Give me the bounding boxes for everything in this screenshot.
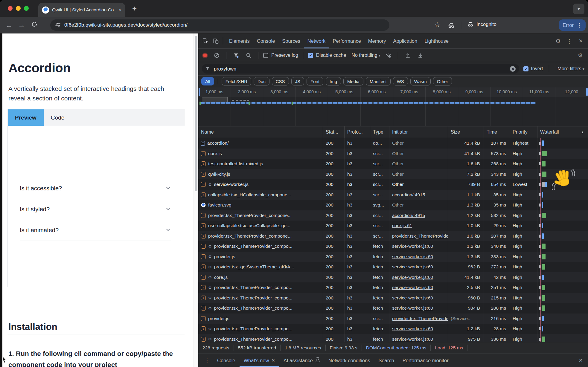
inspect-element-icon[interactable]	[201, 36, 210, 46]
filter-chip-media[interactable]: Media	[343, 77, 363, 85]
page-scrollbar[interactable]	[194, 33, 198, 367]
network-request-row[interactable]: favicon.svg200h3svg...Other1.3 kB35 msHi…	[198, 200, 588, 210]
window-close-button[interactable]	[8, 6, 13, 11]
filter-chip-font[interactable]: Font	[307, 77, 323, 85]
initiator-link[interactable]: accordion/:4915	[392, 192, 425, 198]
initiator-link[interactable]: service-worker.js:60	[392, 337, 433, 342]
drawer-tab-network-conditions[interactable]: Network conditions	[324, 354, 374, 367]
settings-gear-icon[interactable]: ⚙	[553, 36, 563, 46]
column-header-time[interactable]: Time	[484, 126, 510, 138]
accordion-item-is-it-animated[interactable]: Is it animated?	[20, 220, 171, 241]
tab-preview[interactable]: Preview	[8, 109, 44, 126]
window-zoom-button[interactable]	[24, 6, 29, 11]
initiator-link[interactable]: accordion/:4915	[392, 213, 425, 218]
accordion-item-is-it-styled[interactable]: Is it styled?	[20, 199, 171, 220]
network-request-row[interactable]: provider.tsx_ThemeProvider_compone...200…	[198, 231, 588, 241]
forward-button[interactable]: →	[18, 21, 25, 29]
initiator-link[interactable]: service-worker.js:60	[392, 305, 433, 311]
drawer-tab-close-icon[interactable]: ✕	[271, 358, 275, 363]
column-header-proto[interactable]: Proto...	[345, 126, 370, 138]
clear-icon[interactable]	[212, 51, 221, 60]
device-toolbar-icon[interactable]	[211, 36, 220, 46]
network-request-row[interactable]: test-controlled-list-mixed.js200h3scr...…	[198, 159, 588, 169]
initiator-link[interactable]: service-worker.js:60	[392, 264, 433, 270]
network-request-row[interactable]: ⚙provider.tsx_ThemeProvider_compo...200h…	[198, 293, 588, 303]
devtools-tab-network[interactable]: Network	[304, 33, 329, 48]
filter-chip-doc[interactable]: Doc	[254, 77, 269, 85]
throttling-dropdown[interactable]: No throttling ▾	[351, 53, 380, 58]
network-request-row[interactable]: ⚙provider.tsx_ThemeProvider_compo...200h…	[198, 303, 588, 314]
filter-chip-js[interactable]: JS	[291, 77, 304, 85]
network-request-row[interactable]: use-collapsible.tsx_useCollapsible_ge...…	[198, 221, 588, 231]
network-request-row[interactable]: qwik-city.js200h3scr...Other7.2 kB343 ms…	[198, 169, 588, 180]
devtools-close-icon[interactable]: ×	[576, 36, 586, 46]
column-header-size[interactable]: Size	[448, 126, 484, 138]
initiator-link[interactable]: service-worker.js:60	[392, 295, 433, 301]
network-request-row[interactable]: ⚙provider.js200h3fetchservice-worker.js:…	[198, 252, 588, 262]
network-request-row[interactable]: ⚙provider.tsx_ThemeProvider_compo...200h…	[198, 324, 588, 334]
network-request-row[interactable]: provider.js200h3scr...provider.tsx_Theme…	[198, 314, 588, 324]
url-text[interactable]: 0f6e2f0b.qwik-ui-site.pages.dev/docs/sty…	[64, 22, 188, 28]
network-request-row[interactable]: ⚙provider.tsx_getSystemTheme_aKkA...200h…	[198, 262, 588, 272]
devtools-tab-console[interactable]: Console	[253, 33, 279, 48]
export-har-icon[interactable]	[415, 51, 425, 60]
reload-button[interactable]	[31, 21, 38, 29]
error-menu-badge[interactable]: Error ⋮	[559, 19, 586, 31]
network-request-row[interactable]: core.js200h3scr...Other41.4 kB573 msHigh	[198, 149, 588, 159]
import-har-icon[interactable]	[403, 51, 412, 60]
initiator-link[interactable]: service-worker.js:60	[392, 275, 433, 280]
column-header-priority[interactable]: Priority	[510, 126, 537, 138]
drawer-tab-what-s-new[interactable]: What's new✕	[240, 354, 279, 367]
devtools-tab-lighthouse[interactable]: Lighthouse	[421, 33, 452, 48]
new-tab-button[interactable]: +	[132, 4, 137, 13]
preserve-log-checkbox[interactable]	[263, 53, 268, 58]
drawer-tab-performance-monitor[interactable]: Performance monitor	[398, 354, 453, 367]
column-header-initiator[interactable]: Initiator	[389, 126, 448, 138]
drawer-tab-console[interactable]: Console	[213, 354, 240, 367]
timeline-right-handle[interactable]	[586, 88, 588, 96]
network-request-row[interactable]: provider.tsx_ThemeProvider_compone...200…	[198, 210, 588, 221]
network-conditions-icon[interactable]	[383, 51, 393, 60]
network-request-row[interactable]: ⚙provider.tsx_ThemeProvider_compo...200h…	[198, 241, 588, 252]
network-request-row[interactable]: ⚙service-worker.js200h3scr...Other739 B6…	[198, 179, 588, 190]
disable-cache-checkbox[interactable]	[308, 53, 313, 58]
filter-chip-css[interactable]: CSS	[272, 77, 289, 85]
clear-filter-icon[interactable]: ✕	[510, 66, 516, 72]
invert-checkbox[interactable]	[523, 66, 528, 71]
initiator-link[interactable]: service-worker.js:60	[392, 285, 433, 290]
filter-chip-other[interactable]: Other	[433, 77, 452, 85]
network-request-row[interactable]: ⚙core.js200h3fetchservice-worker.js:6041…	[198, 272, 588, 283]
devtools-tab-memory[interactable]: Memory	[365, 33, 390, 48]
page-scrollbar-thumb[interactable]	[195, 36, 197, 191]
browser-tab[interactable]: Qwik UI | Styled Accordion Co ×	[38, 3, 125, 17]
network-settings-gear-icon[interactable]: ⚙	[575, 51, 585, 60]
site-info-icon[interactable]	[55, 22, 61, 29]
initiator-link[interactable]: core.js:61	[392, 223, 412, 228]
timeline-left-handle[interactable]	[199, 88, 200, 96]
initiator-link[interactable]: service-worker.js:60	[392, 326, 433, 331]
address-bar[interactable]: 0f6e2f0b.qwik-ui-site.pages.dev/docs/sty…	[50, 19, 389, 31]
tab-code[interactable]: Code	[44, 109, 71, 126]
browser-menu-icon[interactable]: ⋮	[577, 22, 582, 28]
timeline-overview[interactable]: 1,000 ms2,000 ms3,000 ms4,000 ms5,000 ms…	[198, 87, 588, 126]
more-filters-button[interactable]: More filters ▾	[557, 66, 584, 71]
initiator-link[interactable]: provider.tsx_ThemeProvider	[392, 316, 448, 321]
record-icon[interactable]	[203, 53, 207, 57]
column-header-waterfall[interactable]: Waterfall▲	[537, 126, 588, 138]
tab-close-icon[interactable]: ×	[118, 7, 121, 13]
network-request-row[interactable]: ⚙provider.tsx_ThemeProvider_compo...200h…	[198, 282, 588, 293]
devtools-tab-application[interactable]: Application	[389, 33, 421, 48]
back-button[interactable]: ←	[5, 21, 13, 29]
column-header-type[interactable]: Type	[370, 126, 389, 138]
devtools-tab-performance[interactable]: Performance	[329, 33, 364, 48]
network-request-row[interactable]: accordion/200h3do...Other41.4 kB107 msHi…	[198, 138, 588, 149]
filter-chip-wasm[interactable]: Wasm	[410, 77, 431, 85]
filter-chip-ws[interactable]: WS	[393, 77, 408, 85]
filter-icon[interactable]	[231, 51, 241, 60]
devtools-tab-sources[interactable]: Sources	[278, 33, 304, 48]
filter-chip-all[interactable]: All	[201, 77, 214, 85]
more-menu-icon[interactable]: ⋮	[565, 36, 574, 46]
bookmark-star-icon[interactable]: ☆	[434, 21, 440, 29]
initiator-link[interactable]: provider.tsx_ThemeProvider	[392, 233, 448, 239]
incognito-profile-icon[interactable]	[447, 22, 455, 30]
